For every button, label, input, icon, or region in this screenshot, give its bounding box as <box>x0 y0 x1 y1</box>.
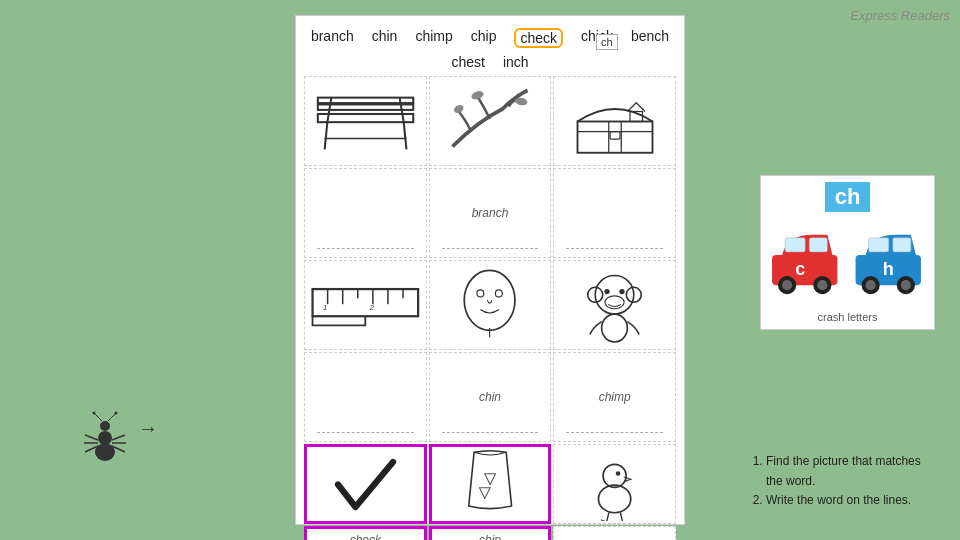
cell-check-label: check <box>304 526 427 540</box>
word-bank-chin: chin <box>372 28 398 48</box>
svg-point-41 <box>616 471 621 476</box>
chip-word: chip <box>479 533 501 540</box>
svg-line-42 <box>607 512 609 521</box>
image-grid: branch 1 2 <box>304 76 676 442</box>
svg-marker-37 <box>485 473 496 484</box>
branding-label: Express Readers <box>850 8 950 23</box>
svg-point-34 <box>619 288 624 293</box>
svg-line-65 <box>85 435 98 440</box>
svg-point-33 <box>604 288 609 293</box>
crash-letters-label: crash letters <box>818 311 878 323</box>
branch-word: branch <box>472 206 509 220</box>
check-word: check <box>350 533 381 540</box>
word-bank-chip: chip <box>471 28 497 48</box>
svg-rect-56 <box>893 238 911 252</box>
svg-line-3 <box>324 122 327 149</box>
car-panel: ch c h crash letters <box>760 175 935 330</box>
cell-chest-image <box>553 76 676 166</box>
word-bank-inch: inch <box>503 54 529 70</box>
svg-line-43 <box>620 512 622 521</box>
svg-rect-11 <box>577 121 652 152</box>
word-bank-bench: bench <box>631 28 669 48</box>
ch-box: ch <box>825 182 871 212</box>
svg-point-50 <box>782 280 792 290</box>
svg-line-72 <box>108 414 115 421</box>
svg-point-63 <box>98 431 112 445</box>
word-bank-branch: branch <box>311 28 354 48</box>
word-bank-check: check <box>514 28 563 48</box>
svg-text:c: c <box>795 259 805 279</box>
cell-blank-r4c1 <box>304 352 427 442</box>
svg-line-68 <box>112 435 125 440</box>
worksheet: ch branch chin chimp chip check chick be… <box>295 15 685 525</box>
arrow-icon: → <box>138 417 158 440</box>
svg-text:2: 2 <box>369 303 375 312</box>
cell-monkey-image <box>553 260 676 350</box>
svg-rect-47 <box>785 238 805 252</box>
svg-point-60 <box>901 280 911 290</box>
svg-point-58 <box>866 280 876 290</box>
cell-blank-r2c3 <box>553 168 676 258</box>
cell-ruler-image: 1 2 <box>304 260 427 350</box>
chimp-word: chimp <box>599 390 631 404</box>
svg-point-8 <box>470 89 484 100</box>
svg-rect-17 <box>313 289 419 316</box>
svg-text:h: h <box>883 259 894 279</box>
svg-line-44 <box>601 519 607 521</box>
svg-point-62 <box>95 443 115 461</box>
instruction-1: Find the picture that matches the word. <box>766 452 940 490</box>
chin-word: chin <box>479 390 501 404</box>
svg-rect-2 <box>318 104 413 109</box>
cell-blank-r2c1 <box>304 168 427 258</box>
instruction-2: Write the word on the lines. <box>766 491 940 510</box>
cell-chip-label: chip <box>429 526 552 540</box>
svg-point-26 <box>465 270 516 330</box>
svg-rect-15 <box>610 131 620 139</box>
cell-branch-label: branch <box>429 168 552 258</box>
cell-check-image <box>304 444 427 524</box>
cell-bench-image <box>304 76 427 166</box>
cell-branch-image <box>429 76 552 166</box>
ch-label: ch <box>596 34 618 50</box>
svg-rect-48 <box>809 238 827 252</box>
svg-point-73 <box>93 412 96 415</box>
svg-line-4 <box>403 122 406 149</box>
cell-face-image <box>429 260 552 350</box>
svg-point-27 <box>477 289 484 296</box>
svg-point-64 <box>100 421 110 431</box>
cell-chin-label: chin <box>429 352 552 442</box>
cell-chimp-label: chimp <box>553 352 676 442</box>
svg-rect-55 <box>869 238 889 252</box>
svg-marker-38 <box>479 487 490 498</box>
cell-blank-bottom <box>553 526 676 540</box>
svg-point-74 <box>115 412 118 415</box>
svg-point-40 <box>603 464 626 487</box>
svg-rect-0 <box>318 113 413 121</box>
bug-image <box>70 410 140 460</box>
svg-point-36 <box>602 314 628 342</box>
svg-point-52 <box>817 280 827 290</box>
svg-text:1: 1 <box>323 303 327 312</box>
word-bank-chest: chest <box>451 54 484 70</box>
svg-point-39 <box>599 485 631 513</box>
instructions: Find the picture that matches the word. … <box>750 452 940 510</box>
svg-point-28 <box>496 289 503 296</box>
svg-line-71 <box>95 414 102 421</box>
cell-chick-image <box>553 444 676 524</box>
word-bank-chimp: chimp <box>415 28 452 48</box>
word-bank: branch chin chimp chip check chick bench… <box>304 28 676 70</box>
cell-chip-image <box>429 444 552 524</box>
